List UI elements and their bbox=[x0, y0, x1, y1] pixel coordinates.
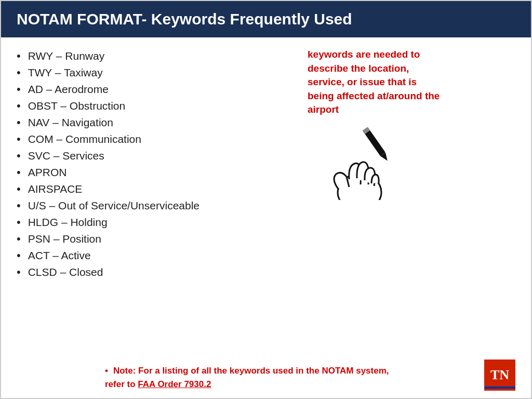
tn-badge-text: TN bbox=[490, 367, 509, 383]
list-item: AD – Aerodrome bbox=[17, 81, 297, 98]
slide-content: RWY – RunwayTWY – TaxiwayAD – AerodromeO… bbox=[1, 37, 531, 354]
list-item: U/S – Out of Service/Unserviceable bbox=[17, 197, 297, 214]
list-item: PSN – Position bbox=[17, 231, 297, 247]
list-item: TWY – Taxiway bbox=[17, 64, 297, 81]
faa-order-link[interactable]: FAA Order 7930.2 bbox=[138, 379, 211, 389]
right-column: keywords are needed to describe the loca… bbox=[297, 48, 515, 349]
description-text: keywords are needed to describe the loca… bbox=[308, 48, 443, 117]
list-item: SVC – Services bbox=[17, 148, 297, 164]
slide-title: NOTAM FORMAT- Keywords Frequently Used bbox=[17, 10, 515, 28]
note-text: Note: For a listing of all the keywords … bbox=[105, 364, 396, 391]
hand-writing-icon bbox=[323, 122, 406, 202]
list-item: APRON bbox=[17, 164, 297, 181]
list-item: AIRSPACE bbox=[17, 181, 297, 197]
tn-badge-line bbox=[484, 387, 515, 389]
keyword-list: RWY – RunwayTWY – TaxiwayAD – AerodromeO… bbox=[17, 48, 297, 281]
slide: NOTAM FORMAT- Keywords Frequently Used R… bbox=[0, 0, 532, 399]
list-item: ACT – Active bbox=[17, 247, 297, 264]
list-item: NAV – Navigation bbox=[17, 114, 297, 131]
slide-header: NOTAM FORMAT- Keywords Frequently Used bbox=[1, 1, 531, 37]
slide-footer: Note: For a listing of all the keywords … bbox=[1, 354, 531, 398]
list-item: OBST – Obstruction bbox=[17, 98, 297, 114]
list-item: RWY – Runway bbox=[17, 48, 297, 64]
left-column: RWY – RunwayTWY – TaxiwayAD – AerodromeO… bbox=[17, 48, 297, 349]
list-item: CLSD – Closed bbox=[17, 264, 297, 281]
tn-badge: TN bbox=[484, 360, 515, 391]
list-item: HLDG – Holding bbox=[17, 214, 297, 231]
list-item: COM – Communication bbox=[17, 131, 297, 148]
